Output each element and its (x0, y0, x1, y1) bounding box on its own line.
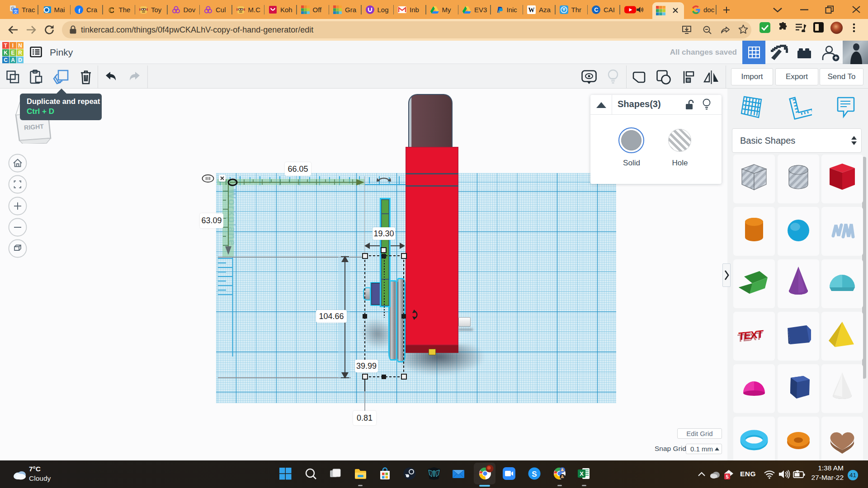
svg-text:S: S (532, 470, 537, 479)
svg-text:A: A (11, 57, 15, 63)
svg-text:I: I (12, 42, 14, 49)
svg-text:K: K (4, 50, 8, 56)
svg-text:C: C (594, 7, 598, 13)
svg-text:W: W (528, 6, 535, 13)
svg-text:C: C (4, 57, 8, 63)
svg-text:E: E (11, 50, 14, 56)
svg-text:T: T (4, 42, 8, 49)
svg-text:D: D (18, 57, 22, 63)
svg-text:TEXT: TEXT (737, 329, 763, 344)
svg-text:5: 5 (726, 474, 728, 479)
svg-text:C: C (108, 5, 114, 14)
svg-text:X: X (580, 470, 584, 477)
svg-text:f: f (78, 7, 80, 14)
svg-text:RIGHT: RIGHT (24, 122, 44, 131)
svg-text:N: N (18, 42, 22, 49)
svg-text:R: R (18, 50, 22, 56)
svg-text:文: 文 (14, 9, 18, 14)
